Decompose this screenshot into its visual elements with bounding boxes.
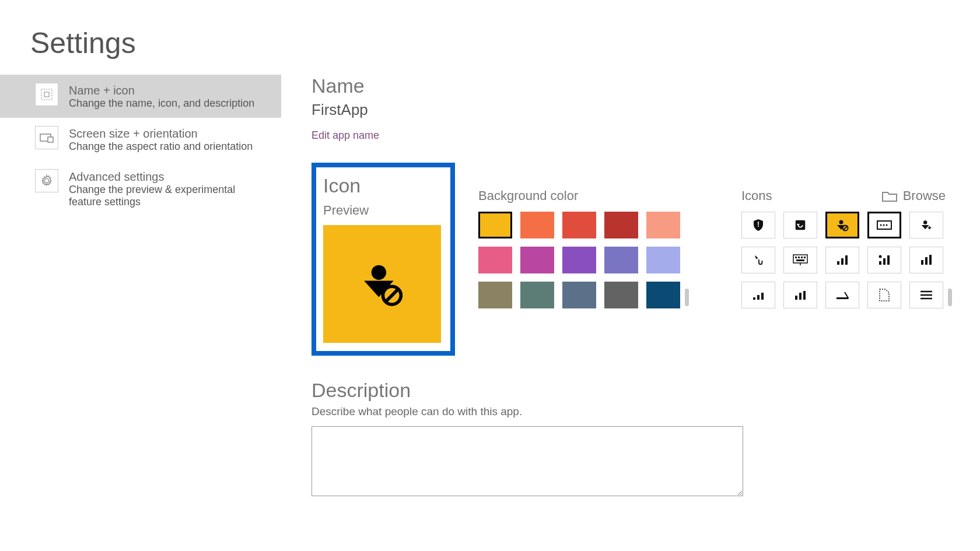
page-dashed-icon[interactable] [867, 282, 901, 308]
svg-rect-28 [879, 261, 881, 265]
svg-rect-18 [795, 257, 797, 258]
bars-med-icon[interactable] [783, 282, 817, 308]
menu-lines-icon[interactable] [909, 282, 943, 308]
gear-icon [35, 169, 58, 192]
color-swatch[interactable] [478, 247, 512, 273]
nav-title: Screen size + orientation [69, 127, 253, 141]
sidebar-item-name-icon[interactable]: Name + icon Change the name, icon, and d… [0, 75, 281, 118]
bars-tall-icon[interactable] [909, 247, 943, 273]
svg-rect-31 [921, 260, 923, 265]
svg-rect-32 [925, 257, 928, 265]
icon-preview-block: Icon Preview [312, 163, 455, 356]
nav-title: Advanced settings [69, 170, 270, 184]
bars-icon[interactable] [825, 247, 859, 273]
icons-header: Icons Browse [741, 188, 946, 203]
bgcolor-label: Background color [478, 188, 689, 203]
user-block-icon[interactable] [825, 212, 859, 238]
svg-point-16 [923, 220, 927, 224]
color-grid [478, 212, 680, 308]
nav-text: Name + icon Change the name, icon, and d… [69, 83, 254, 110]
color-swatch[interactable] [478, 282, 512, 308]
color-swatch[interactable] [520, 212, 554, 238]
color-swatch[interactable] [520, 247, 554, 273]
user-add-icon[interactable] [909, 212, 943, 238]
app-name-value: FirstApp [312, 101, 968, 119]
folder-icon [882, 189, 897, 202]
svg-rect-17 [793, 255, 807, 263]
nav-desc: Change the preview & experimental featur… [69, 184, 270, 208]
edit-app-name-link[interactable]: Edit app name [312, 129, 379, 141]
svg-line-6 [386, 290, 398, 301]
color-swatch[interactable] [646, 282, 680, 308]
svg-point-27 [879, 255, 882, 258]
nav-desc: Change the aspect ratio and orientation [69, 141, 253, 153]
svg-text:!: ! [757, 220, 760, 229]
bars-short-icon[interactable] [741, 282, 775, 308]
svg-point-14 [883, 224, 885, 226]
scanner-icon[interactable] [825, 282, 859, 308]
color-swatch[interactable] [604, 282, 638, 308]
nav-text: Advanced settings Change the preview & e… [69, 169, 270, 208]
nav-title: Name + icon [69, 84, 254, 97]
cursor-hand-icon[interactable] [741, 247, 775, 273]
nav-desc: Change the name, icon, and description [69, 97, 254, 110]
svg-rect-39 [803, 291, 806, 300]
color-scrollbar[interactable] [685, 289, 689, 306]
svg-rect-34 [753, 297, 755, 300]
user-block-icon [356, 258, 408, 310]
grid-icon [35, 83, 58, 106]
svg-rect-20 [801, 257, 803, 258]
svg-rect-1 [44, 92, 49, 97]
color-swatch[interactable] [562, 212, 596, 238]
shield-icon[interactable]: ! [741, 212, 775, 238]
card-icon[interactable] [867, 212, 901, 238]
icons-label: Icons [741, 188, 772, 203]
svg-rect-24 [837, 261, 839, 265]
icon-row: Icon Preview Background color [312, 163, 968, 356]
color-swatch[interactable] [604, 247, 638, 273]
bars-dot-icon[interactable] [867, 247, 901, 273]
sidebar-item-screen-size[interactable]: Screen size + orientation Change the asp… [0, 118, 281, 161]
description-textarea[interactable] [312, 426, 743, 496]
bgcolor-block: Background color [478, 163, 689, 308]
svg-rect-35 [757, 295, 760, 300]
svg-rect-36 [761, 293, 764, 300]
icon-scrollbar[interactable] [948, 289, 952, 306]
keyboard-icon[interactable] [783, 247, 817, 273]
description-section: Description Describe what people can do … [312, 379, 968, 499]
svg-rect-37 [795, 296, 797, 300]
name-section: Name FirstApp Edit app name [312, 75, 968, 142]
sidebar-item-advanced[interactable]: Advanced settings Change the preview & e… [0, 161, 281, 216]
svg-rect-19 [798, 257, 800, 258]
name-heading: Name [312, 75, 968, 97]
svg-rect-38 [799, 293, 802, 300]
browse-label: Browse [903, 188, 946, 203]
svg-point-15 [886, 224, 888, 226]
svg-rect-21 [804, 257, 806, 258]
nav-text: Screen size + orientation Change the asp… [69, 126, 253, 153]
page-title: Settings [0, 0, 980, 75]
description-hint: Describe what people can do with this ap… [312, 405, 968, 418]
description-heading: Description [312, 379, 968, 402]
svg-rect-26 [845, 255, 848, 265]
color-swatch[interactable] [562, 247, 596, 273]
screen-icon [35, 126, 58, 149]
color-swatch[interactable] [646, 247, 680, 273]
svg-rect-25 [841, 258, 844, 265]
color-swatch[interactable] [604, 212, 638, 238]
svg-rect-8 [796, 220, 806, 230]
color-swatch[interactable] [478, 212, 512, 238]
preview-label: Preview [323, 203, 443, 218]
browse-button[interactable]: Browse [882, 188, 946, 203]
color-swatch[interactable] [562, 282, 596, 308]
color-swatch[interactable] [520, 282, 554, 308]
preview-tile [323, 225, 441, 343]
svg-point-9 [839, 220, 844, 224]
svg-rect-22 [796, 259, 804, 261]
color-swatch[interactable] [646, 212, 680, 238]
main-panel: Name FirstApp Edit app name Icon Preview [281, 75, 980, 499]
refresh-icon[interactable] [783, 212, 817, 238]
svg-rect-33 [929, 255, 932, 265]
layout: Name + icon Change the name, icon, and d… [0, 75, 980, 499]
svg-rect-0 [41, 89, 52, 100]
